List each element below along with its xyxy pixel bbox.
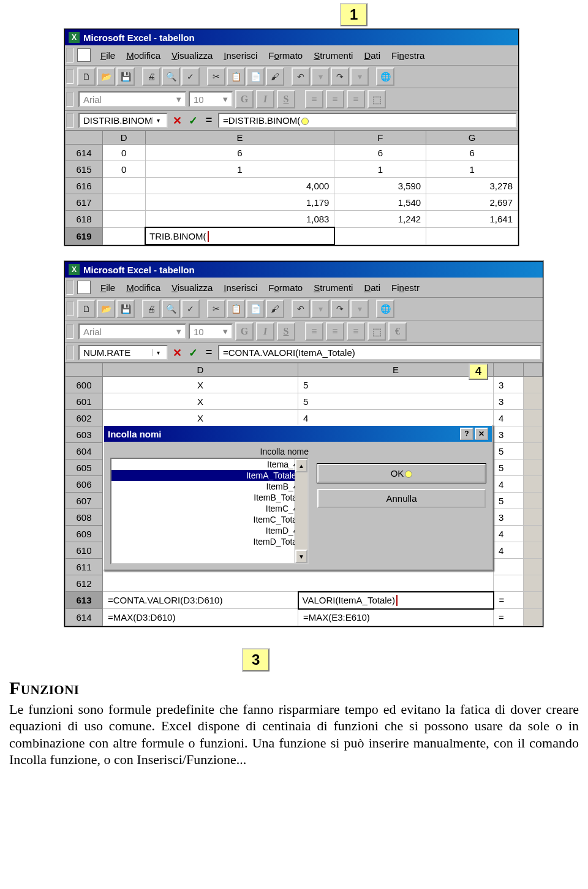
italic-icon[interactable]: I [256,90,274,108]
font-combo[interactable]: Arial▾ [78,323,186,339]
scroll-up-icon[interactable]: ▲ [295,459,307,472]
cell[interactable] [103,194,146,211]
menu-dati[interactable]: Dati [359,49,385,62]
align-center-icon[interactable]: ≡ [326,90,344,108]
cell[interactable]: X [103,393,298,410]
cell[interactable]: X [103,410,298,426]
equals-icon[interactable]: = [202,346,216,360]
align-center-icon[interactable]: ≡ [326,322,344,341]
row-header[interactable]: 619 [66,227,103,244]
cut-icon[interactable]: ✂ [207,300,225,318]
cell[interactable]: =MAX(E3:E610) [298,609,494,626]
cell[interactable]: 5 [298,377,494,393]
name-box[interactable]: NUM.RATE▾ [78,345,168,360]
scroll-col[interactable] [524,363,543,377]
paste-icon[interactable]: 📄 [246,300,265,318]
save-icon[interactable]: 💾 [116,300,135,318]
col-header-D[interactable]: D [103,131,146,145]
align-left-icon[interactable]: ≡ [305,90,323,108]
row-header[interactable]: 615 [66,161,103,178]
font-combo[interactable]: Arial▾ [78,91,186,107]
cell[interactable]: 4 [494,476,524,493]
col-header-E[interactable]: E [145,131,334,145]
cut-icon[interactable]: ✂ [207,67,225,86]
row-header[interactable]: 614 [66,145,103,161]
italic-icon[interactable]: I [256,322,274,341]
editing-cell[interactable]: TRIB.BINOM( [145,227,334,244]
row-header[interactable]: 600 [66,377,103,393]
cell[interactable]: 4,000 [145,178,334,194]
row-header[interactable]: 605 [66,460,103,476]
cell[interactable]: 1,641 [426,211,518,228]
ok-button[interactable]: OK [317,464,486,483]
cancel-formula-icon[interactable]: ✕ [170,346,184,360]
formula-input[interactable]: =DISTRIB.BINOM( [218,113,517,128]
cell[interactable] [334,227,426,244]
print-icon[interactable]: 🖨 [142,300,160,318]
grid-2[interactable]: D E 4 600 X 5 3 601 X 5 3 602 X 4 4 [65,363,543,626]
row-header[interactable]: 614 [66,609,103,626]
hyperlink-icon[interactable]: 🌐 [376,300,394,318]
save-icon[interactable]: 💾 [116,67,135,86]
menu-formato[interactable]: Formato [263,281,307,294]
row-header[interactable]: 602 [66,410,103,426]
cell[interactable]: 5 [494,493,524,509]
formula-input[interactable]: =CONTA.VALORI(ItemA_Totale) [218,345,541,360]
list-item[interactable]: ItemA_Totale ● [111,470,307,481]
print-icon[interactable]: 🖨 [142,67,160,86]
align-left-icon[interactable]: ≡ [305,322,323,341]
cell[interactable]: 1,083 [145,211,334,228]
spellcheck-icon[interactable]: ✓ [181,67,200,86]
list-item[interactable]: ItemB_4A [111,481,307,492]
cell[interactable]: 1 [426,161,518,178]
row-header[interactable]: 616 [66,178,103,194]
cell[interactable]: 4 [298,410,494,426]
cell[interactable] [103,211,146,228]
row-header[interactable]: 601 [66,393,103,410]
cell[interactable]: =CONTA.VALORI(D3:D610) [103,592,298,609]
undo-drop-icon[interactable]: ▾ [311,67,330,86]
row-header[interactable]: 608 [66,509,103,526]
menu-strumenti[interactable]: Strumenti [309,49,358,62]
menu-modifica[interactable]: Modifica [121,281,165,294]
menu-visualizza[interactable]: Visualizza [167,49,217,62]
list-item[interactable]: ItemD_4A [111,525,307,536]
format-painter-icon[interactable]: 🖌 [266,300,284,318]
copy-icon[interactable]: 📋 [227,300,245,318]
cell[interactable] [103,178,146,194]
list-item[interactable]: ItemC_4A [111,503,307,514]
open-icon[interactable]: 📂 [97,300,115,318]
menu-formato[interactable]: Formato [263,49,307,62]
cell[interactable]: 4 [494,542,524,559]
cancel-formula-icon[interactable]: ✕ [170,114,184,127]
row-header[interactable]: 617 [66,194,103,211]
cell[interactable]: 1 [334,161,426,178]
list-item[interactable]: Itema_4A [111,459,307,470]
col-header-F[interactable]: F [334,131,426,145]
cell[interactable]: 5 [298,393,494,410]
listbox-scrollbar[interactable]: ▲ ▼ [295,459,307,563]
row-header[interactable]: 612 [66,575,103,592]
align-right-icon[interactable]: ≡ [347,322,365,341]
cell[interactable]: 2,697 [426,194,518,211]
cell[interactable] [426,227,518,244]
col-header-E[interactable]: E 4 [298,363,494,377]
merge-icon[interactable]: ⬚ [368,322,386,341]
close-icon[interactable]: ✕ [475,428,488,440]
names-listbox[interactable]: Itema_4A ItemA_Totale ● ItemB_4A ItemB_T… [110,458,309,564]
cell[interactable]: 6 [334,145,426,161]
merge-icon[interactable]: ⬚ [368,90,386,108]
cell[interactable]: 1,179 [145,194,334,211]
paste-icon[interactable]: 📄 [246,67,265,86]
cell[interactable] [103,227,146,244]
row-header[interactable]: 611 [66,559,103,575]
cell[interactable]: 6 [426,145,518,161]
menu-inserisci[interactable]: Inserisci [219,49,262,62]
redo-icon[interactable]: ↷ [331,67,349,86]
cell[interactable]: 3 [494,393,524,410]
cell[interactable]: 3,590 [334,178,426,194]
cell[interactable]: 0 [103,145,146,161]
cell[interactable]: 0 [103,161,146,178]
row-header[interactable]: 604 [66,443,103,460]
underline-icon[interactable]: S [277,322,295,341]
